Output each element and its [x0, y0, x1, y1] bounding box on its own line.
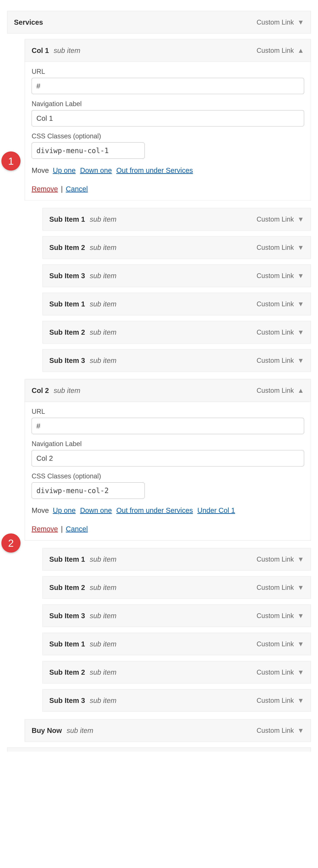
callout-1: 1 — [1, 152, 21, 170]
move-under-col1-link[interactable]: Under Col 1 — [197, 506, 235, 514]
item-title: Sub Item 1 — [49, 640, 85, 648]
caret-down-icon[interactable]: ▼ — [297, 244, 304, 251]
url-label: URL — [32, 68, 304, 75]
menu-item-services[interactable]: Services Custom Link ▼ — [7, 11, 311, 34]
item-title: Sub Item 3 — [49, 272, 85, 280]
item-title: Sub Item 2 — [49, 584, 85, 591]
sub-item-label: sub item — [90, 612, 116, 620]
sub-item-label: sub item — [90, 244, 116, 251]
move-down-one-link[interactable]: Down one — [80, 166, 112, 174]
caret-down-icon[interactable]: ▼ — [297, 669, 304, 676]
item-title: Services — [14, 18, 43, 26]
caret-down-icon[interactable]: ▼ — [297, 272, 304, 279]
remove-link[interactable]: Remove — [32, 525, 58, 533]
sub-item-label: sub item — [90, 640, 116, 648]
link-type-label: Custom Link — [257, 584, 294, 591]
menu-item-sub[interactable]: Sub Item 1 sub item Custom Link ▼ — [42, 293, 311, 315]
menu-item-partial — [7, 747, 311, 752]
caret-down-icon[interactable]: ▼ — [297, 329, 304, 336]
menu-item-sub[interactable]: Sub Item 3 sub item Custom Link ▼ — [42, 604, 311, 627]
link-type-label: Custom Link — [257, 300, 294, 308]
menu-item-sub[interactable]: Sub Item 3 sub item Custom Link ▼ — [42, 349, 311, 372]
css-classes-label: CSS Classes (optional) — [32, 132, 304, 140]
sub-item-label: sub item — [90, 668, 116, 676]
move-down-one-link[interactable]: Down one — [80, 506, 112, 514]
menu-item-sub[interactable]: Sub Item 1 sub item Custom Link ▼ — [42, 208, 311, 230]
nav-label-label: Navigation Label — [32, 440, 304, 448]
cancel-link[interactable]: Cancel — [66, 185, 88, 193]
menu-item-sub[interactable]: Sub Item 2 sub item Custom Link ▼ — [42, 661, 311, 684]
move-up-one-link[interactable]: Up one — [53, 166, 76, 174]
caret-down-icon[interactable]: ▼ — [297, 697, 304, 704]
caret-down-icon[interactable]: ▼ — [297, 641, 304, 647]
caret-down-icon[interactable]: ▼ — [297, 556, 304, 563]
caret-down-icon[interactable]: ▼ — [297, 584, 304, 591]
caret-down-icon[interactable]: ▼ — [297, 612, 304, 619]
sub-item-label: sub item — [90, 696, 116, 704]
menu-item-col1[interactable]: Col 1 sub item Custom Link ▲ — [25, 39, 311, 62]
sub-item-label: sub item — [67, 726, 93, 734]
caret-down-icon[interactable]: ▼ — [297, 301, 304, 307]
menu-item-col2-panel: URL Navigation Label CSS Classes (option… — [25, 402, 311, 540]
menu-item-sub[interactable]: Sub Item 1 sub item Custom Link ▼ — [42, 548, 311, 570]
item-title: Sub Item 2 — [49, 668, 85, 676]
sub-item-label: sub item — [90, 328, 116, 336]
sep: | — [61, 525, 63, 533]
menu-item-col2[interactable]: Col 2 sub item Custom Link ▲ — [25, 379, 311, 402]
sub-item-label: sub item — [90, 272, 116, 280]
item-title: Sub Item 1 — [49, 215, 85, 223]
caret-down-icon[interactable]: ▼ — [297, 357, 304, 364]
sub-item-label: sub item — [90, 300, 116, 308]
cancel-link[interactable]: Cancel — [66, 525, 88, 533]
css-classes-input[interactable] — [32, 483, 145, 499]
move-out-link[interactable]: Out from under Services — [116, 506, 193, 514]
link-type-label: Custom Link — [257, 216, 294, 223]
item-title: Sub Item 1 — [49, 300, 85, 308]
item-title: Sub Item 2 — [49, 328, 85, 336]
item-title: Sub Item 1 — [49, 555, 85, 563]
callout-1-label: 1 — [8, 155, 14, 167]
sub-item-label: sub item — [90, 555, 116, 563]
link-type-label: Custom Link — [257, 19, 294, 26]
item-title: Sub Item 3 — [49, 696, 85, 704]
caret-down-icon[interactable]: ▼ — [297, 727, 304, 734]
link-type-label: Custom Link — [257, 727, 294, 734]
link-type-label: Custom Link — [257, 357, 294, 364]
url-input[interactable] — [32, 78, 304, 94]
menu-item-sub[interactable]: Sub Item 1 sub item Custom Link ▼ — [42, 633, 311, 655]
item-title: Col 2 — [32, 386, 49, 394]
sub-item-label: sub item — [54, 46, 80, 54]
move-up-one-link[interactable]: Up one — [53, 506, 76, 514]
menu-item-buy-now[interactable]: Buy Now sub item Custom Link ▼ — [25, 719, 311, 742]
move-label: Move — [32, 506, 49, 514]
nav-label-label: Navigation Label — [32, 100, 304, 108]
sub-item-label: sub item — [90, 356, 116, 364]
link-type-label: Custom Link — [257, 244, 294, 251]
link-type-label: Custom Link — [257, 640, 294, 648]
move-out-link[interactable]: Out from under Services — [116, 166, 193, 174]
move-label: Move — [32, 166, 49, 174]
item-title: Sub Item 3 — [49, 612, 85, 620]
menu-item-sub[interactable]: Sub Item 3 sub item Custom Link ▼ — [42, 689, 311, 712]
nav-label-input[interactable] — [32, 110, 304, 126]
css-classes-input[interactable] — [32, 143, 145, 159]
link-type-label: Custom Link — [257, 387, 294, 394]
item-title: Buy Now — [32, 726, 62, 734]
menu-item-sub[interactable]: Sub Item 3 sub item Custom Link ▼ — [42, 265, 311, 287]
nav-label-input[interactable] — [32, 450, 304, 466]
menu-item-sub[interactable]: Sub Item 2 sub item Custom Link ▼ — [42, 321, 311, 344]
caret-up-icon[interactable]: ▲ — [297, 47, 304, 54]
item-title: Sub Item 3 — [49, 356, 85, 364]
menu-item-sub[interactable]: Sub Item 2 sub item Custom Link ▼ — [42, 576, 311, 599]
item-title: Sub Item 2 — [49, 244, 85, 251]
sub-item-label: sub item — [90, 584, 116, 591]
caret-down-icon[interactable]: ▼ — [297, 216, 304, 223]
menu-item-sub[interactable]: Sub Item 2 sub item Custom Link ▼ — [42, 236, 311, 259]
remove-link[interactable]: Remove — [32, 185, 58, 193]
url-input[interactable] — [32, 418, 304, 434]
item-title: Col 1 — [32, 46, 49, 54]
link-type-label: Custom Link — [257, 47, 294, 54]
sub-item-label: sub item — [54, 386, 80, 394]
caret-down-icon[interactable]: ▼ — [297, 19, 304, 26]
caret-up-icon[interactable]: ▲ — [297, 387, 304, 394]
